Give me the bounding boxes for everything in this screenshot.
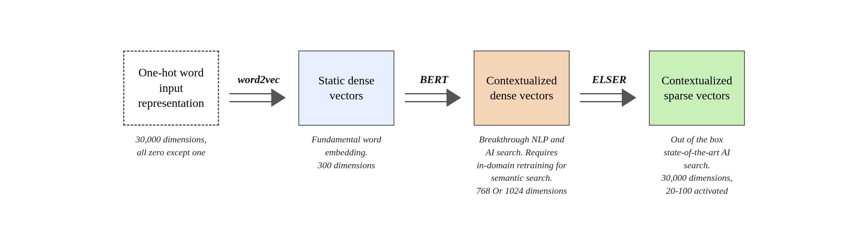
arrow-bert-body bbox=[405, 93, 447, 102]
arrow-bert: BERT bbox=[401, 51, 467, 107]
arrow-elser-body bbox=[580, 93, 622, 102]
sublabel-static-dense-text: Fundamental wordembedding.300 dimensions bbox=[311, 134, 381, 170]
arrow-word2vec-label: word2vec bbox=[237, 73, 280, 86]
arrow-word2vec-shape bbox=[230, 89, 288, 107]
arrow-word2vec-body bbox=[230, 93, 271, 102]
arrow-bert-label: BERT bbox=[420, 73, 448, 86]
box-static-dense: Static densevectors bbox=[298, 51, 394, 126]
sublabel-ctx-dense-text: Breakthrough NLP andAI search. Requiresi… bbox=[477, 134, 567, 196]
node-static-dense: Static densevectors Fundamental wordembe… bbox=[292, 51, 401, 172]
box-ctx-sparse-label: Contextualizedsparse vectors bbox=[661, 73, 732, 104]
box-ctx-dense-label: Contextualizeddense vectors bbox=[486, 73, 557, 104]
arrow-word2vec-inner bbox=[230, 96, 271, 100]
box-static-dense-label: Static densevectors bbox=[318, 73, 375, 104]
box-one-hot-label: One-hot word input representation bbox=[131, 65, 211, 111]
arrow-word2vec-head bbox=[271, 89, 286, 107]
arrow-elser-label: ELSER bbox=[592, 73, 626, 86]
diagram: One-hot word input representation 30,000… bbox=[0, 38, 868, 210]
box-one-hot: One-hot word input representation bbox=[123, 51, 219, 126]
sublabel-one-hot-text: 30,000 dimensions,all zero except one bbox=[136, 134, 207, 157]
box-ctx-dense: Contextualizeddense vectors bbox=[474, 51, 570, 126]
box-ctx-sparse: Contextualizedsparse vectors bbox=[649, 51, 745, 126]
sublabel-ctx-sparse-text: Out of the boxstate-of-the-art AIsearch.… bbox=[661, 134, 733, 196]
arrow-bert-inner bbox=[405, 96, 447, 100]
sublabel-one-hot: 30,000 dimensions,all zero except one bbox=[136, 133, 207, 159]
arrow-elser-head bbox=[622, 89, 636, 107]
arrow-elser-inner bbox=[580, 96, 622, 100]
arrow-bert-shape bbox=[405, 89, 463, 107]
sublabel-static-dense: Fundamental wordembedding.300 dimensions bbox=[311, 133, 381, 172]
sublabel-ctx-sparse: Out of the boxstate-of-the-art AIsearch.… bbox=[661, 133, 733, 197]
arrow-word2vec: word2vec bbox=[225, 51, 292, 107]
sublabel-ctx-dense: Breakthrough NLP andAI search. Requiresi… bbox=[477, 133, 567, 197]
arrow-elser-shape bbox=[580, 89, 638, 107]
node-ctx-dense: Contextualizeddense vectors Breakthrough… bbox=[467, 51, 576, 197]
node-one-hot: One-hot word input representation 30,000… bbox=[117, 51, 225, 159]
arrow-bert-head bbox=[447, 89, 461, 107]
arrow-elser: ELSER bbox=[576, 51, 643, 107]
node-ctx-sparse: Contextualizedsparse vectors Out of the … bbox=[643, 51, 751, 197]
